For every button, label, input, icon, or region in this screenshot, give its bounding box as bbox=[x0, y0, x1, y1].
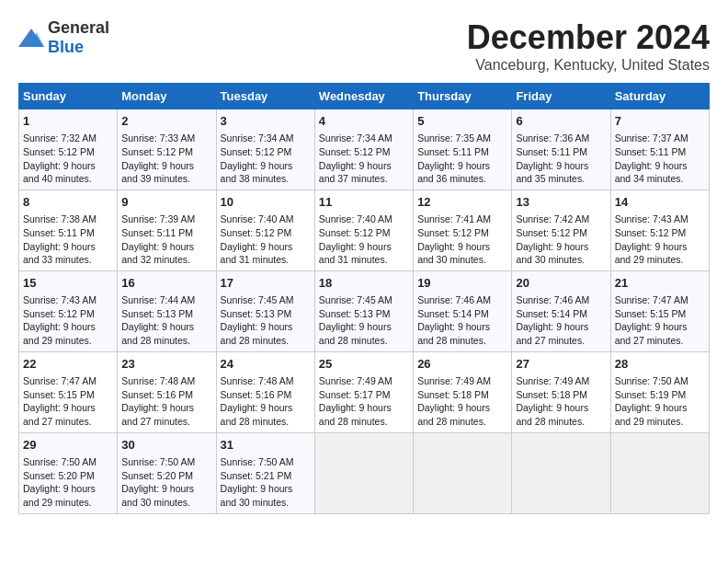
daylight-text: Daylight: 9 hours and 28 minutes. bbox=[417, 321, 490, 346]
calendar-cell: 1Sunrise: 7:32 AMSunset: 5:12 PMDaylight… bbox=[19, 109, 118, 190]
day-number: 23 bbox=[121, 356, 211, 373]
sunset-text: Sunset: 5:12 PM bbox=[23, 146, 95, 157]
sunrise-text: Sunrise: 7:43 AM bbox=[615, 213, 688, 224]
day-number: 28 bbox=[615, 356, 705, 373]
daylight-text: Daylight: 9 hours and 28 minutes. bbox=[319, 321, 392, 346]
calendar-header-row: SundayMondayTuesdayWednesdayThursdayFrid… bbox=[19, 84, 710, 109]
sunset-text: Sunset: 5:14 PM bbox=[516, 308, 587, 319]
calendar-week-1: 1Sunrise: 7:32 AMSunset: 5:12 PMDaylight… bbox=[19, 109, 710, 190]
day-number: 16 bbox=[121, 275, 211, 292]
calendar-cell: 30Sunrise: 7:50 AMSunset: 5:20 PMDayligh… bbox=[118, 432, 216, 513]
sunset-text: Sunset: 5:11 PM bbox=[417, 146, 489, 157]
daylight-text: Daylight: 9 hours and 34 minutes. bbox=[615, 160, 688, 185]
logo-icon bbox=[18, 27, 44, 49]
calendar-cell: 25Sunrise: 7:49 AMSunset: 5:17 PMDayligh… bbox=[314, 351, 413, 432]
month-title: December 2024 bbox=[467, 18, 710, 57]
sunrise-text: Sunrise: 7:45 AM bbox=[319, 294, 392, 305]
calendar-cell: 24Sunrise: 7:48 AMSunset: 5:16 PMDayligh… bbox=[216, 351, 314, 432]
day-number: 22 bbox=[23, 356, 113, 373]
sunrise-text: Sunrise: 7:50 AM bbox=[221, 456, 294, 467]
header-friday: Friday bbox=[512, 84, 610, 109]
calendar-week-5: 29Sunrise: 7:50 AMSunset: 5:20 PMDayligh… bbox=[19, 432, 710, 513]
calendar-cell: 4Sunrise: 7:34 AMSunset: 5:12 PMDaylight… bbox=[314, 109, 413, 190]
sunrise-text: Sunrise: 7:49 AM bbox=[319, 375, 392, 386]
day-number: 17 bbox=[221, 275, 311, 292]
daylight-text: Daylight: 9 hours and 35 minutes. bbox=[516, 160, 588, 185]
daylight-text: Daylight: 9 hours and 27 minutes. bbox=[516, 321, 588, 346]
header-wednesday: Wednesday bbox=[314, 84, 413, 109]
calendar-cell bbox=[512, 432, 610, 513]
sunset-text: Sunset: 5:16 PM bbox=[121, 389, 193, 400]
calendar-cell: 7Sunrise: 7:37 AMSunset: 5:11 PMDaylight… bbox=[610, 109, 709, 190]
calendar-cell: 11Sunrise: 7:40 AMSunset: 5:12 PMDayligh… bbox=[314, 190, 413, 270]
sunrise-text: Sunrise: 7:46 AM bbox=[417, 294, 491, 305]
calendar-cell: 16Sunrise: 7:44 AMSunset: 5:13 PMDayligh… bbox=[118, 270, 216, 351]
calendar-cell: 2Sunrise: 7:33 AMSunset: 5:12 PMDaylight… bbox=[118, 109, 216, 190]
daylight-text: Daylight: 9 hours and 29 minutes. bbox=[23, 321, 96, 346]
calendar-cell: 14Sunrise: 7:43 AMSunset: 5:12 PMDayligh… bbox=[610, 190, 709, 270]
logo-general: General bbox=[48, 18, 109, 37]
header-monday: Monday bbox=[118, 84, 216, 109]
sunset-text: Sunset: 5:15 PM bbox=[23, 389, 95, 400]
day-number: 25 bbox=[319, 356, 409, 373]
sunrise-text: Sunrise: 7:40 AM bbox=[221, 213, 294, 224]
calendar-cell: 9Sunrise: 7:39 AMSunset: 5:11 PMDaylight… bbox=[118, 190, 216, 270]
sunrise-text: Sunrise: 7:38 AM bbox=[23, 213, 97, 224]
daylight-text: Daylight: 9 hours and 29 minutes. bbox=[615, 402, 688, 427]
day-number: 10 bbox=[221, 194, 311, 211]
sunset-text: Sunset: 5:11 PM bbox=[121, 227, 193, 238]
day-number: 7 bbox=[615, 113, 705, 130]
daylight-text: Daylight: 9 hours and 37 minutes. bbox=[319, 160, 392, 185]
daylight-text: Daylight: 9 hours and 30 minutes. bbox=[417, 241, 490, 266]
page-header: General Blue December 2024 Vanceburg, Ke… bbox=[18, 18, 710, 74]
day-number: 29 bbox=[23, 437, 113, 454]
sunrise-text: Sunrise: 7:42 AM bbox=[516, 213, 589, 224]
sunset-text: Sunset: 5:19 PM bbox=[615, 389, 687, 400]
day-number: 30 bbox=[121, 437, 211, 454]
calendar-cell bbox=[610, 432, 709, 513]
day-number: 9 bbox=[121, 194, 211, 211]
calendar-week-2: 8Sunrise: 7:38 AMSunset: 5:11 PMDaylight… bbox=[19, 190, 710, 270]
calendar-week-3: 15Sunrise: 7:43 AMSunset: 5:12 PMDayligh… bbox=[19, 270, 710, 351]
sunset-text: Sunset: 5:15 PM bbox=[615, 308, 687, 319]
sunset-text: Sunset: 5:12 PM bbox=[221, 146, 292, 157]
calendar-cell: 22Sunrise: 7:47 AMSunset: 5:15 PMDayligh… bbox=[19, 351, 118, 432]
day-number: 5 bbox=[417, 113, 507, 130]
daylight-text: Daylight: 9 hours and 32 minutes. bbox=[121, 241, 194, 266]
daylight-text: Daylight: 9 hours and 28 minutes. bbox=[121, 321, 194, 346]
sunset-text: Sunset: 5:18 PM bbox=[417, 389, 489, 400]
daylight-text: Daylight: 9 hours and 28 minutes. bbox=[417, 402, 490, 427]
day-number: 24 bbox=[221, 356, 311, 373]
sunrise-text: Sunrise: 7:40 AM bbox=[319, 213, 392, 224]
header-sunday: Sunday bbox=[19, 84, 118, 109]
daylight-text: Daylight: 9 hours and 30 minutes. bbox=[516, 241, 588, 266]
logo-blue: Blue bbox=[48, 38, 84, 56]
sunset-text: Sunset: 5:12 PM bbox=[319, 146, 391, 157]
day-number: 26 bbox=[417, 356, 507, 373]
day-number: 12 bbox=[417, 194, 507, 211]
sunrise-text: Sunrise: 7:33 AM bbox=[121, 132, 195, 144]
sunrise-text: Sunrise: 7:32 AM bbox=[23, 132, 97, 144]
sunset-text: Sunset: 5:12 PM bbox=[121, 146, 193, 157]
daylight-text: Daylight: 9 hours and 36 minutes. bbox=[417, 160, 490, 185]
sunset-text: Sunset: 5:12 PM bbox=[615, 227, 687, 238]
sunset-text: Sunset: 5:12 PM bbox=[221, 227, 292, 238]
title-area: December 2024 Vanceburg, Kentucky, Unite… bbox=[467, 18, 710, 74]
sunrise-text: Sunrise: 7:44 AM bbox=[121, 294, 195, 305]
calendar-cell: 15Sunrise: 7:43 AMSunset: 5:12 PMDayligh… bbox=[19, 270, 118, 351]
daylight-text: Daylight: 9 hours and 28 minutes. bbox=[319, 402, 392, 427]
day-number: 4 bbox=[319, 113, 409, 130]
calendar-cell: 3Sunrise: 7:34 AMSunset: 5:12 PMDaylight… bbox=[216, 109, 314, 190]
sunrise-text: Sunrise: 7:45 AM bbox=[221, 294, 294, 305]
sunset-text: Sunset: 5:12 PM bbox=[23, 308, 95, 319]
calendar-cell: 21Sunrise: 7:47 AMSunset: 5:15 PMDayligh… bbox=[610, 270, 709, 351]
day-number: 21 bbox=[615, 275, 705, 292]
sunset-text: Sunset: 5:13 PM bbox=[221, 308, 292, 319]
calendar-week-4: 22Sunrise: 7:47 AMSunset: 5:15 PMDayligh… bbox=[19, 351, 710, 432]
daylight-text: Daylight: 9 hours and 38 minutes. bbox=[221, 160, 293, 185]
sunrise-text: Sunrise: 7:34 AM bbox=[319, 132, 392, 144]
daylight-text: Daylight: 9 hours and 27 minutes. bbox=[615, 321, 688, 346]
calendar-cell: 23Sunrise: 7:48 AMSunset: 5:16 PMDayligh… bbox=[118, 351, 216, 432]
calendar-cell: 12Sunrise: 7:41 AMSunset: 5:12 PMDayligh… bbox=[414, 190, 512, 270]
day-number: 1 bbox=[23, 113, 113, 130]
